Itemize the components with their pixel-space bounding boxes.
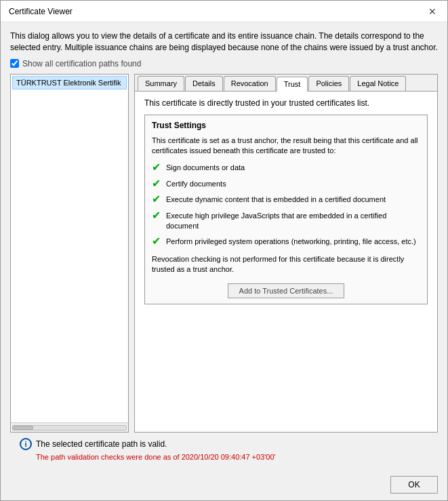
trust-settings-box: Trust Settings This certificate is set a… (144, 115, 428, 304)
show-paths-row: Show all certification paths found (10, 59, 438, 68)
cert-list-content[interactable]: TÜRKTRUST Elektronik Sertifik (11, 75, 128, 422)
intro-text: This dialog allows you to view the detai… (10, 31, 438, 54)
trust-header: This certificate is directly trusted in … (144, 98, 428, 108)
ok-button[interactable]: OK (390, 476, 438, 494)
trust-item-text-5: Perform privileged system operations (ne… (166, 237, 416, 247)
show-paths-label[interactable]: Show all certification paths found (22, 59, 141, 68)
trust-item-5: ✔ Perform privileged system operations (… (152, 237, 420, 247)
tab-bar: Summary Details Revocation Trust Policie… (135, 75, 437, 92)
cert-list-panel: TÜRKTRUST Elektronik Sertifik (10, 74, 129, 433)
trust-item-text-1: Sign documents or data (166, 163, 245, 173)
tab-legal-notice[interactable]: Legal Notice (350, 76, 406, 91)
cert-list-scrollbar (11, 422, 128, 432)
trust-item-1: ✔ Sign documents or data (152, 163, 420, 173)
main-area: TÜRKTRUST Elektronik Sertifik Summary De… (10, 74, 438, 433)
trust-item-text-3: Execute dynamic content that is embedded… (166, 195, 386, 205)
tab-summary[interactable]: Summary (138, 76, 184, 91)
trust-item-2: ✔ Certify documents (152, 179, 420, 189)
window-title: Certificate Viewer (9, 7, 73, 16)
trust-tab-content: This certificate is directly trusted in … (135, 92, 437, 432)
dialog-body: This dialog allows you to view the detai… (1, 22, 447, 472)
status-valid-text: The selected certificate path is valid. (36, 439, 167, 449)
add-trusted-certificates-button[interactable]: Add to Trusted Certificates... (228, 283, 345, 298)
show-paths-checkbox[interactable] (10, 59, 19, 68)
trust-settings-desc: This certificate is set as a trust ancho… (152, 136, 420, 157)
revocation-note: Revocation checking is not performed for… (152, 254, 420, 275)
cert-list-item[interactable]: TÜRKTRUST Elektronik Sertifik (12, 76, 127, 89)
close-button[interactable]: ✕ (426, 5, 439, 18)
tab-revocation[interactable]: Revocation (224, 76, 276, 91)
scrollbar-thumb (13, 426, 33, 430)
status-date-text: The path validation checks were done as … (36, 453, 428, 461)
certificate-viewer-dialog: Certificate Viewer ✕ This dialog allows … (0, 0, 448, 501)
check-icon-5: ✔ (152, 236, 161, 247)
info-icon: i (20, 438, 32, 450)
trust-item-text-4: Execute high privilege JavaScripts that … (166, 211, 420, 232)
trust-item-text-2: Certify documents (166, 179, 226, 189)
status-valid-row: i The selected certificate path is valid… (20, 438, 428, 450)
bottom-status: i The selected certificate path is valid… (10, 433, 438, 465)
ok-row: OK (1, 472, 447, 500)
tab-details[interactable]: Details (185, 76, 223, 91)
check-icon-3: ✔ (152, 194, 161, 205)
scrollbar-track[interactable] (12, 425, 127, 430)
right-panel: Summary Details Revocation Trust Policie… (134, 74, 438, 433)
check-icon-1: ✔ (152, 162, 161, 173)
tab-trust[interactable]: Trust (277, 77, 308, 92)
tab-policies[interactable]: Policies (308, 76, 349, 91)
trust-settings-title: Trust Settings (152, 121, 420, 130)
check-icon-4: ✔ (152, 210, 161, 221)
check-icon-2: ✔ (152, 178, 161, 189)
trust-item-4: ✔ Execute high privilege JavaScripts tha… (152, 211, 420, 232)
trust-items-list: ✔ Sign documents or data ✔ Certify docum… (152, 163, 420, 247)
title-bar: Certificate Viewer ✕ (1, 1, 447, 22)
trust-item-3: ✔ Execute dynamic content that is embedd… (152, 195, 420, 205)
